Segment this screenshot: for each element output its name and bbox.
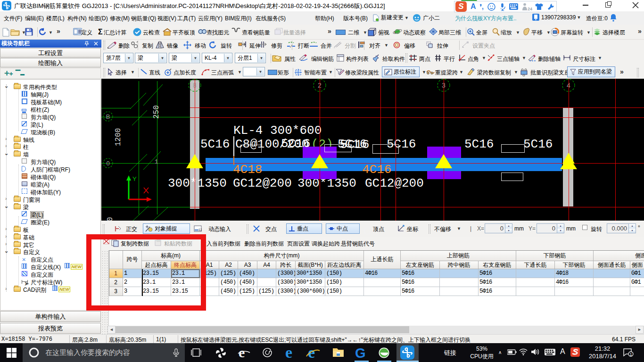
svg-text:12: 12 [198, 228, 202, 231]
svg-text:Y: Y [132, 175, 137, 182]
svg-text:1: 1 [629, 352, 632, 357]
